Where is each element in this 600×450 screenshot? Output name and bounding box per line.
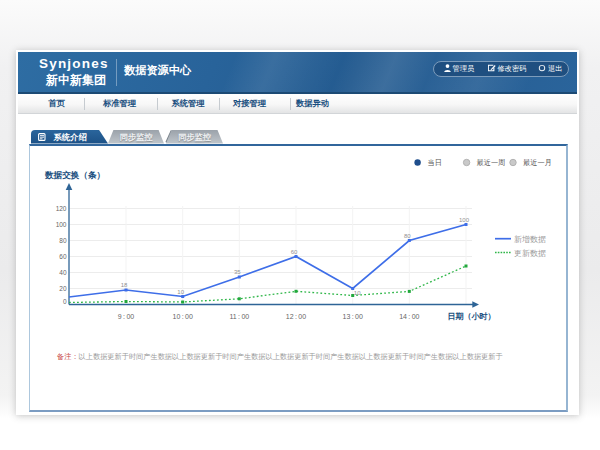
- svg-text:最近一周: 最近一周: [477, 158, 506, 167]
- svg-text:13 : 00: 13 : 00: [343, 313, 363, 320]
- svg-text:100: 100: [459, 217, 470, 223]
- svg-text:40: 40: [59, 269, 67, 276]
- svg-text:数据交换（条）: 数据交换（条）: [44, 170, 105, 180]
- svg-text:9 : 00: 9 : 00: [118, 313, 135, 320]
- svg-text:14 : 00: 14 : 00: [399, 313, 419, 320]
- svg-text:10 : 00: 10 : 00: [173, 313, 193, 320]
- svg-text:20: 20: [59, 285, 67, 292]
- svg-text:80: 80: [59, 237, 67, 244]
- svg-text:当日: 当日: [428, 158, 442, 167]
- svg-text:日期（小时）: 日期（小时）: [448, 312, 496, 321]
- svg-text:10: 10: [354, 290, 361, 296]
- svg-text:12 : 00: 12 : 00: [286, 313, 306, 320]
- svg-text:35: 35: [234, 269, 241, 275]
- svg-text:80: 80: [404, 233, 411, 239]
- svg-text:100: 100: [56, 221, 67, 228]
- svg-text:10: 10: [177, 289, 184, 295]
- svg-text:18: 18: [121, 282, 128, 288]
- svg-text:120: 120: [56, 205, 67, 212]
- svg-text:最近一月: 最近一月: [523, 158, 552, 167]
- svg-text:新增数据: 新增数据: [514, 235, 546, 244]
- svg-text:11 : 00: 11 : 00: [229, 313, 249, 320]
- svg-text:60: 60: [291, 249, 298, 255]
- svg-text:60: 60: [59, 253, 67, 260]
- svg-text:更新数据: 更新数据: [514, 249, 546, 258]
- svg-text:0: 0: [63, 298, 67, 305]
